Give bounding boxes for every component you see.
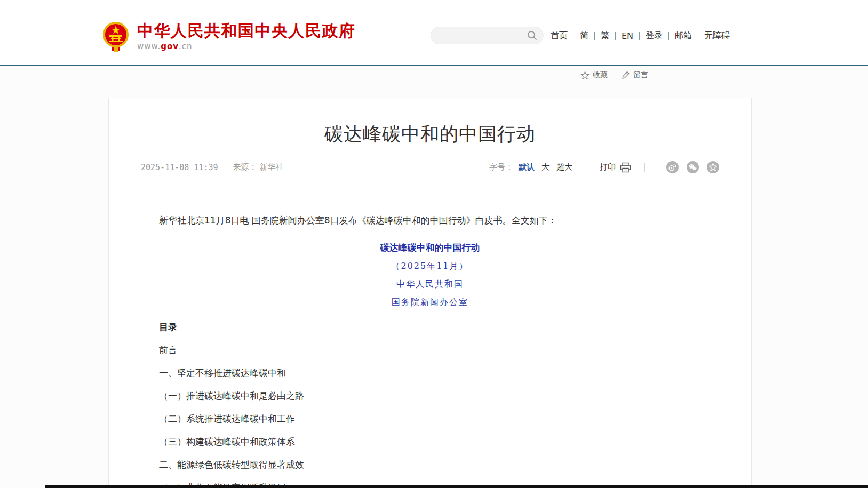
source-label: 来源：: [233, 162, 257, 172]
search-button[interactable]: [524, 28, 540, 44]
url-www: www.: [137, 42, 161, 51]
font-size-label: 字号：: [489, 162, 513, 172]
pencil-icon: [622, 71, 630, 79]
search-box: [431, 27, 544, 44]
font-size-xlarge[interactable]: 超大: [556, 162, 572, 172]
article-meta-row: 2025-11-08 11:39 来源： 新华社 字号： 默认 大 超大 打印: [141, 161, 719, 181]
meta-separator: [586, 163, 586, 172]
weibo-share-icon[interactable]: [666, 161, 679, 173]
nav-accessibility[interactable]: 无障碍: [704, 30, 730, 42]
toc-item-1-3: （三）构建碳达峰碳中和政策体系: [141, 436, 719, 447]
printer-icon: [620, 162, 631, 173]
print-label: 打印: [600, 162, 616, 172]
nav-separator: [615, 32, 616, 40]
article-meta-left: 2025-11-08 11:39 来源： 新华社: [141, 162, 283, 172]
site-title-block: 中华人民共和国中央人民政府 www.gov.cn: [137, 21, 356, 51]
search-input[interactable]: [431, 31, 524, 40]
article-actions: 收藏 留言: [580, 70, 648, 80]
nav-login[interactable]: 登录: [646, 30, 663, 42]
article-card: 碳达峰碳中和的中国行动 2025-11-08 11:39 来源： 新华社 字号：…: [108, 98, 752, 488]
document-date: （2025年11月）: [141, 260, 719, 271]
site-logo[interactable]: 中华人民共和国中央人民政府 www.gov.cn: [102, 21, 356, 52]
article-source: 来源： 新华社: [233, 162, 284, 172]
nav-mail[interactable]: 邮箱: [675, 30, 692, 42]
document-org-line1: 中华人民共和国: [141, 278, 719, 290]
toc-item-2: 二、能源绿色低碳转型取得显著成效: [141, 459, 719, 470]
toc-item-1-1: （一）推进碳达峰碳中和是必由之路: [141, 390, 719, 402]
comment-button[interactable]: 留言: [622, 70, 648, 80]
site-url: www.gov.cn: [137, 42, 356, 51]
source-value: 新华社: [259, 162, 283, 172]
nav-english[interactable]: EN: [622, 31, 633, 41]
document-org-line2: 国务院新闻办公室: [141, 297, 719, 308]
national-emblem-icon: [102, 21, 129, 52]
url-cn: .cn: [179, 42, 193, 51]
toc-item-preface: 前言: [141, 345, 719, 356]
meta-separator: [644, 163, 645, 172]
favorite-label: 收藏: [593, 70, 608, 80]
nav-separator: [639, 32, 640, 40]
toc-item-1-2: （二）系统推进碳达峰碳中和工作: [141, 413, 719, 425]
article-date: 2025-11-08 11:39: [141, 163, 218, 172]
site-header: 中华人民共和国中央人民政府 www.gov.cn 首页 简 繁 EN 登录 邮箱…: [0, 0, 868, 65]
nav-separator: [594, 32, 595, 40]
nav-home[interactable]: 首页: [551, 30, 568, 42]
qzone-share-icon[interactable]: [707, 161, 719, 173]
url-gov: gov: [161, 42, 179, 51]
font-size-default[interactable]: 默认: [519, 162, 535, 172]
article-title: 碳达峰碳中和的中国行动: [109, 123, 751, 145]
article-body: 新华社北京11月8日电 国务院新闻办公室8日发布《碳达峰碳中和的中国行动》白皮书…: [109, 215, 751, 488]
document-title: 碳达峰碳中和的中国行动: [141, 242, 719, 253]
nav-separator: [574, 32, 574, 40]
print-button[interactable]: 打印: [600, 162, 631, 173]
font-size-large[interactable]: 大: [541, 162, 550, 172]
nav-separator: [668, 32, 669, 40]
nav-traditional[interactable]: 繁: [601, 30, 609, 42]
star-icon: [580, 71, 590, 80]
site-title: 中华人民共和国中央人民政府: [137, 21, 356, 41]
search-icon: [527, 30, 537, 41]
comment-label: 留言: [633, 70, 648, 80]
article-intro: 新华社北京11月8日电 国务院新闻办公室8日发布《碳达峰碳中和的中国行动》白皮书…: [141, 215, 719, 226]
wechat-share-icon[interactable]: [687, 161, 699, 173]
nav-simplified[interactable]: 简: [580, 30, 588, 42]
nav-separator: [698, 32, 698, 40]
bottom-edge-bar: [45, 485, 868, 488]
top-nav: 首页 简 繁 EN 登录 邮箱 无障碍: [551, 30, 730, 42]
toc-heading: 目录: [141, 322, 719, 333]
toc-item-1: 一、坚定不移推进碳达峰碳中和: [141, 367, 719, 379]
favorite-button[interactable]: 收藏: [580, 70, 608, 80]
article-meta-right: 字号： 默认 大 超大 打印: [489, 161, 719, 173]
